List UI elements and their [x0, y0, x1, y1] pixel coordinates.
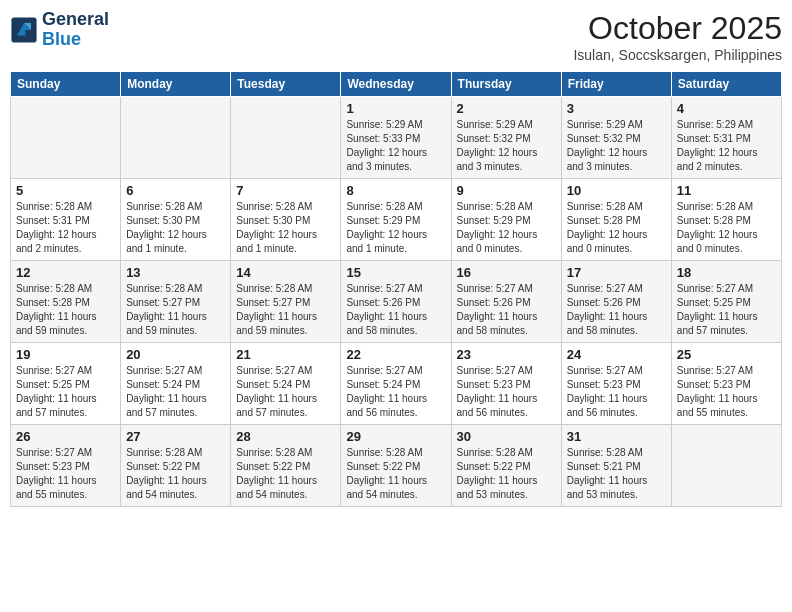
weekday-header-tuesday: Tuesday [231, 72, 341, 97]
calendar-cell: 12Sunrise: 5:28 AM Sunset: 5:28 PM Dayli… [11, 261, 121, 343]
title-block: October 2025 Isulan, Soccsksargen, Phili… [573, 10, 782, 63]
day-number: 23 [457, 347, 556, 362]
day-number: 9 [457, 183, 556, 198]
cell-detail: Sunrise: 5:29 AM Sunset: 5:33 PM Dayligh… [346, 118, 445, 174]
day-number: 29 [346, 429, 445, 444]
calendar-cell: 22Sunrise: 5:27 AM Sunset: 5:24 PM Dayli… [341, 343, 451, 425]
weekday-header-monday: Monday [121, 72, 231, 97]
day-number: 3 [567, 101, 666, 116]
day-number: 22 [346, 347, 445, 362]
calendar-cell: 7Sunrise: 5:28 AM Sunset: 5:30 PM Daylig… [231, 179, 341, 261]
cell-detail: Sunrise: 5:27 AM Sunset: 5:24 PM Dayligh… [346, 364, 445, 420]
cell-detail: Sunrise: 5:28 AM Sunset: 5:28 PM Dayligh… [677, 200, 776, 256]
day-number: 13 [126, 265, 225, 280]
calendar-cell: 9Sunrise: 5:28 AM Sunset: 5:29 PM Daylig… [451, 179, 561, 261]
cell-detail: Sunrise: 5:27 AM Sunset: 5:23 PM Dayligh… [567, 364, 666, 420]
calendar-cell: 11Sunrise: 5:28 AM Sunset: 5:28 PM Dayli… [671, 179, 781, 261]
week-row-3: 12Sunrise: 5:28 AM Sunset: 5:28 PM Dayli… [11, 261, 782, 343]
cell-detail: Sunrise: 5:28 AM Sunset: 5:30 PM Dayligh… [126, 200, 225, 256]
day-number: 12 [16, 265, 115, 280]
day-number: 7 [236, 183, 335, 198]
cell-detail: Sunrise: 5:28 AM Sunset: 5:31 PM Dayligh… [16, 200, 115, 256]
calendar-cell: 1Sunrise: 5:29 AM Sunset: 5:33 PM Daylig… [341, 97, 451, 179]
day-number: 6 [126, 183, 225, 198]
week-row-1: 1Sunrise: 5:29 AM Sunset: 5:33 PM Daylig… [11, 97, 782, 179]
calendar-cell [11, 97, 121, 179]
location-title: Isulan, Soccsksargen, Philippines [573, 47, 782, 63]
cell-detail: Sunrise: 5:28 AM Sunset: 5:22 PM Dayligh… [457, 446, 556, 502]
weekday-header-wednesday: Wednesday [341, 72, 451, 97]
cell-detail: Sunrise: 5:28 AM Sunset: 5:27 PM Dayligh… [236, 282, 335, 338]
calendar-cell: 8Sunrise: 5:28 AM Sunset: 5:29 PM Daylig… [341, 179, 451, 261]
calendar-table: SundayMondayTuesdayWednesdayThursdayFrid… [10, 71, 782, 507]
cell-detail: Sunrise: 5:29 AM Sunset: 5:32 PM Dayligh… [457, 118, 556, 174]
calendar-cell: 5Sunrise: 5:28 AM Sunset: 5:31 PM Daylig… [11, 179, 121, 261]
cell-detail: Sunrise: 5:27 AM Sunset: 5:25 PM Dayligh… [677, 282, 776, 338]
calendar-cell: 17Sunrise: 5:27 AM Sunset: 5:26 PM Dayli… [561, 261, 671, 343]
day-number: 31 [567, 429, 666, 444]
calendar-cell: 27Sunrise: 5:28 AM Sunset: 5:22 PM Dayli… [121, 425, 231, 507]
cell-detail: Sunrise: 5:28 AM Sunset: 5:22 PM Dayligh… [126, 446, 225, 502]
day-number: 8 [346, 183, 445, 198]
calendar-cell: 6Sunrise: 5:28 AM Sunset: 5:30 PM Daylig… [121, 179, 231, 261]
cell-detail: Sunrise: 5:27 AM Sunset: 5:26 PM Dayligh… [457, 282, 556, 338]
cell-detail: Sunrise: 5:28 AM Sunset: 5:22 PM Dayligh… [236, 446, 335, 502]
logo-line1: General [42, 10, 109, 30]
week-row-2: 5Sunrise: 5:28 AM Sunset: 5:31 PM Daylig… [11, 179, 782, 261]
calendar-cell: 14Sunrise: 5:28 AM Sunset: 5:27 PM Dayli… [231, 261, 341, 343]
calendar-cell [671, 425, 781, 507]
cell-detail: Sunrise: 5:27 AM Sunset: 5:23 PM Dayligh… [677, 364, 776, 420]
calendar-cell: 21Sunrise: 5:27 AM Sunset: 5:24 PM Dayli… [231, 343, 341, 425]
weekday-header-sunday: Sunday [11, 72, 121, 97]
day-number: 21 [236, 347, 335, 362]
cell-detail: Sunrise: 5:27 AM Sunset: 5:25 PM Dayligh… [16, 364, 115, 420]
calendar-cell: 19Sunrise: 5:27 AM Sunset: 5:25 PM Dayli… [11, 343, 121, 425]
weekday-header-saturday: Saturday [671, 72, 781, 97]
cell-detail: Sunrise: 5:29 AM Sunset: 5:31 PM Dayligh… [677, 118, 776, 174]
calendar-cell [121, 97, 231, 179]
calendar-cell: 31Sunrise: 5:28 AM Sunset: 5:21 PM Dayli… [561, 425, 671, 507]
day-number: 20 [126, 347, 225, 362]
cell-detail: Sunrise: 5:27 AM Sunset: 5:26 PM Dayligh… [346, 282, 445, 338]
page-header: General Blue October 2025 Isulan, Soccsk… [10, 10, 782, 63]
day-number: 1 [346, 101, 445, 116]
calendar-cell: 28Sunrise: 5:28 AM Sunset: 5:22 PM Dayli… [231, 425, 341, 507]
day-number: 19 [16, 347, 115, 362]
weekday-header-row: SundayMondayTuesdayWednesdayThursdayFrid… [11, 72, 782, 97]
calendar-cell: 25Sunrise: 5:27 AM Sunset: 5:23 PM Dayli… [671, 343, 781, 425]
day-number: 26 [16, 429, 115, 444]
week-row-5: 26Sunrise: 5:27 AM Sunset: 5:23 PM Dayli… [11, 425, 782, 507]
cell-detail: Sunrise: 5:28 AM Sunset: 5:27 PM Dayligh… [126, 282, 225, 338]
cell-detail: Sunrise: 5:28 AM Sunset: 5:28 PM Dayligh… [567, 200, 666, 256]
day-number: 28 [236, 429, 335, 444]
cell-detail: Sunrise: 5:29 AM Sunset: 5:32 PM Dayligh… [567, 118, 666, 174]
calendar-cell: 30Sunrise: 5:28 AM Sunset: 5:22 PM Dayli… [451, 425, 561, 507]
calendar-cell: 24Sunrise: 5:27 AM Sunset: 5:23 PM Dayli… [561, 343, 671, 425]
calendar-cell: 15Sunrise: 5:27 AM Sunset: 5:26 PM Dayli… [341, 261, 451, 343]
calendar-cell: 10Sunrise: 5:28 AM Sunset: 5:28 PM Dayli… [561, 179, 671, 261]
cell-detail: Sunrise: 5:27 AM Sunset: 5:24 PM Dayligh… [126, 364, 225, 420]
calendar-body: 1Sunrise: 5:29 AM Sunset: 5:33 PM Daylig… [11, 97, 782, 507]
day-number: 14 [236, 265, 335, 280]
calendar-cell: 2Sunrise: 5:29 AM Sunset: 5:32 PM Daylig… [451, 97, 561, 179]
calendar-cell [231, 97, 341, 179]
cell-detail: Sunrise: 5:28 AM Sunset: 5:29 PM Dayligh… [457, 200, 556, 256]
day-number: 11 [677, 183, 776, 198]
calendar-cell: 18Sunrise: 5:27 AM Sunset: 5:25 PM Dayli… [671, 261, 781, 343]
day-number: 18 [677, 265, 776, 280]
day-number: 16 [457, 265, 556, 280]
day-number: 5 [16, 183, 115, 198]
cell-detail: Sunrise: 5:28 AM Sunset: 5:28 PM Dayligh… [16, 282, 115, 338]
month-title: October 2025 [573, 10, 782, 47]
cell-detail: Sunrise: 5:27 AM Sunset: 5:23 PM Dayligh… [457, 364, 556, 420]
cell-detail: Sunrise: 5:28 AM Sunset: 5:21 PM Dayligh… [567, 446, 666, 502]
day-number: 17 [567, 265, 666, 280]
week-row-4: 19Sunrise: 5:27 AM Sunset: 5:25 PM Dayli… [11, 343, 782, 425]
day-number: 15 [346, 265, 445, 280]
calendar-cell: 29Sunrise: 5:28 AM Sunset: 5:22 PM Dayli… [341, 425, 451, 507]
day-number: 27 [126, 429, 225, 444]
calendar-cell: 20Sunrise: 5:27 AM Sunset: 5:24 PM Dayli… [121, 343, 231, 425]
logo-line2: Blue [42, 30, 109, 50]
calendar-cell: 26Sunrise: 5:27 AM Sunset: 5:23 PM Dayli… [11, 425, 121, 507]
cell-detail: Sunrise: 5:28 AM Sunset: 5:29 PM Dayligh… [346, 200, 445, 256]
